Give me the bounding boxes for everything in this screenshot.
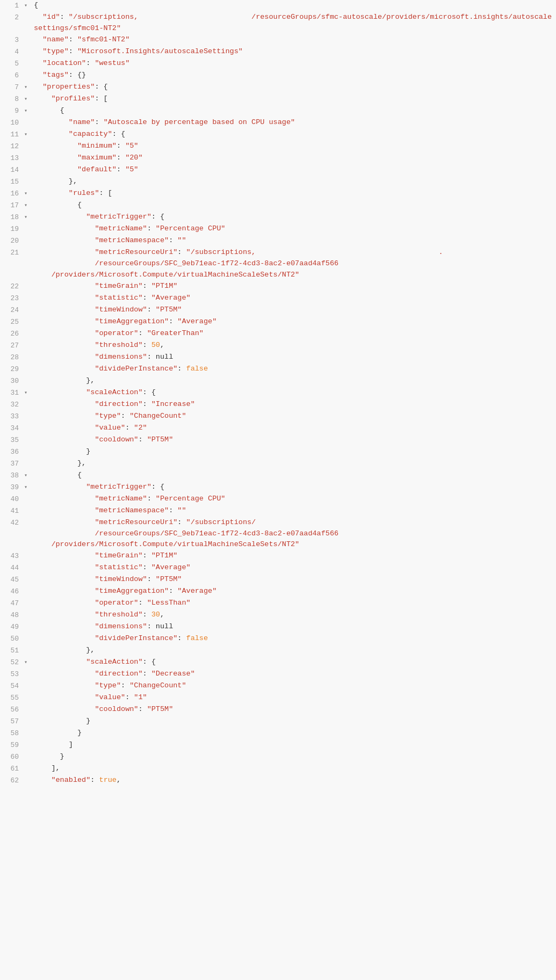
punct-token: : [ — [95, 95, 107, 103]
key-token: "metricResourceUri" — [95, 518, 177, 526]
punct-token: : — [60, 13, 69, 21]
line-number: 42 — [0, 517, 24, 528]
line-arrow — [24, 328, 33, 330]
string-val-token: "/subscriptions/ /resourceGroups/SFC_9eb… — [34, 518, 338, 549]
line-number: 26 — [0, 328, 24, 339]
string-val-token: "PT5M" — [147, 705, 174, 713]
punct-token: : — [138, 705, 147, 713]
key-token: "minimum" — [77, 142, 117, 150]
string-val-token: "Percentage CPU" — [156, 495, 226, 503]
line-arrow[interactable]: ▾ — [24, 212, 33, 222]
punct-token: }, — [69, 177, 77, 185]
line-content: "type": "ChangeCount" — [33, 680, 556, 692]
line-number: 34 — [0, 423, 24, 434]
line-content: "dividePerInstance": false — [33, 633, 556, 644]
line-arrow — [24, 176, 33, 178]
line-arrow[interactable]: ▾ — [24, 0, 33, 10]
line-arrow[interactable]: ▾ — [24, 200, 33, 210]
line-content: "metricTrigger": { — [33, 212, 556, 223]
line-arrow[interactable]: ▾ — [24, 93, 33, 104]
line-arrow[interactable]: ▾ — [24, 82, 33, 92]
string-val-token: "Average" — [151, 563, 191, 571]
line-number: 46 — [0, 586, 24, 597]
line-content: }, — [33, 375, 556, 387]
line-number: 5 — [0, 58, 24, 69]
punct-token: : { — [143, 658, 156, 666]
code-line: 49 "dimensions": null — [0, 621, 556, 633]
line-number: 50 — [0, 633, 24, 644]
key-token: "scaleAction" — [86, 658, 142, 666]
line-number: 23 — [0, 293, 24, 304]
line-number: 36 — [0, 446, 24, 458]
key-token: "scaleAction" — [86, 388, 142, 396]
line-arrow — [24, 58, 33, 60]
line-arrow[interactable]: ▾ — [24, 470, 33, 480]
string-val-token: "sfmc01-NT2" — [77, 35, 129, 43]
code-line: 24 "timeWindow": "PT5M" — [0, 304, 556, 316]
punct-token: : — [117, 165, 125, 173]
punct-token: { — [77, 471, 82, 479]
line-content: } — [33, 728, 556, 739]
line-number: 28 — [0, 352, 24, 363]
code-line: 62 "enabled": true, — [0, 775, 556, 787]
code-line: 3 "name": "sfmc01-NT2" — [0, 34, 556, 46]
code-line: 23 "statistic": "Average" — [0, 293, 556, 304]
line-number: 16 — [0, 188, 24, 199]
punct-token: : — [169, 236, 177, 244]
code-line: 32 "direction": "Increase" — [0, 399, 556, 411]
key-token: "capacity" — [69, 130, 112, 138]
line-number: 35 — [0, 434, 24, 446]
line-arrow[interactable]: ▾ — [24, 387, 33, 397]
code-line: 38▾ { — [0, 470, 556, 482]
code-line: 20 "metricNamespace": "" — [0, 235, 556, 247]
string-val-token: "PT5M" — [156, 306, 182, 314]
line-content: "cooldown": "PT5M" — [33, 434, 556, 446]
code-line: 39▾ "metricTrigger": { — [0, 482, 556, 493]
punct-token: : — [69, 35, 77, 43]
punct-token: }, — [77, 459, 86, 467]
punct-token: { — [34, 1, 38, 9]
line-content: "dimensions": null — [33, 621, 556, 633]
punct-token: ] — [69, 741, 73, 749]
line-arrow — [24, 352, 33, 353]
key-token: "cooldown" — [95, 705, 138, 713]
key-token: "dividePerInstance" — [95, 365, 177, 373]
code-line: 43 "timeGrain": "PT1M" — [0, 550, 556, 562]
code-line: 45 "timeWindow": "PT5M" — [0, 574, 556, 586]
key-token: "dimensions" — [95, 353, 147, 361]
line-arrow[interactable]: ▾ — [24, 657, 33, 667]
line-number: 8 — [0, 93, 24, 105]
punct-token: : — [147, 622, 156, 630]
line-content: "cooldown": "PT5M" — [33, 704, 556, 715]
line-content: "rules": [ — [33, 188, 556, 199]
line-arrow — [24, 235, 33, 237]
punct-token: , — [160, 341, 164, 349]
line-arrow — [24, 728, 33, 729]
code-line: 42 "metricResourceUri": "/subscriptions/… — [0, 517, 556, 551]
string-val-token: "1" — [134, 693, 147, 701]
line-arrow — [24, 574, 33, 576]
line-arrow — [24, 505, 33, 507]
line-number: 43 — [0, 550, 24, 562]
line-content: "properties": { — [33, 82, 556, 93]
punct-token: : — [169, 317, 177, 325]
line-content: "statistic": "Average" — [33, 293, 556, 304]
code-line: 27 "threshold": 50, — [0, 340, 556, 352]
line-arrow — [24, 633, 33, 635]
code-line: 9▾ { — [0, 105, 556, 117]
punct-token: : — [143, 400, 151, 408]
line-arrow[interactable]: ▾ — [24, 188, 33, 198]
code-line: 53 "direction": "Decrease" — [0, 669, 556, 680]
code-line: 55 "value": "1" — [0, 692, 556, 704]
line-number: 52 — [0, 657, 24, 668]
string-val-token: "GreaterThan" — [147, 329, 204, 337]
punct-token: } — [60, 752, 64, 760]
line-arrow[interactable]: ▾ — [24, 482, 33, 492]
line-number: 51 — [0, 645, 24, 656]
line-arrow[interactable]: ▾ — [24, 129, 33, 139]
line-content: "metricResourceUri": "/subscriptions/ /r… — [33, 517, 556, 551]
line-arrow[interactable]: ▾ — [24, 105, 33, 115]
line-content: "metricNamespace": "" — [33, 235, 556, 246]
line-number: 49 — [0, 621, 24, 633]
line-content: "direction": "Increase" — [33, 399, 556, 410]
